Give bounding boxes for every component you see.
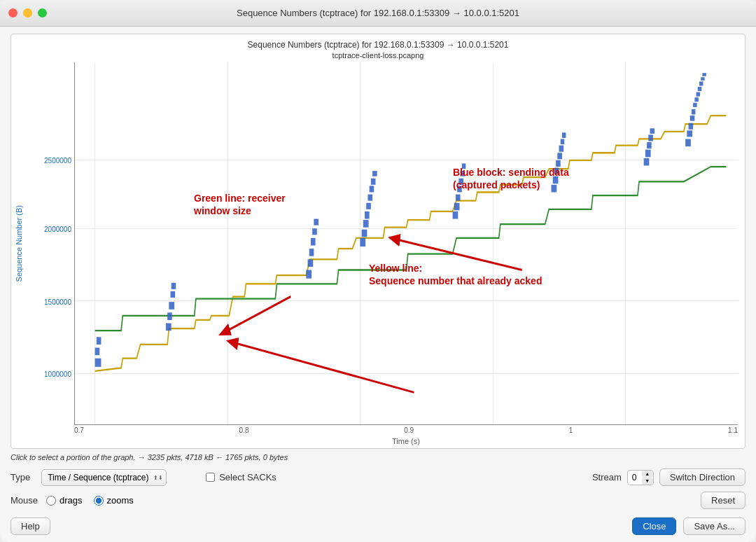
close-window-button[interactable] (8, 8, 18, 18)
window-title: Sequence Numbers (tcptrace) for 192.168.… (237, 8, 519, 18)
zooms-text: zooms (107, 495, 134, 506)
stream-increment[interactable]: ▲ (642, 471, 653, 478)
svg-rect-11 (312, 228, 317, 235)
svg-rect-17 (366, 203, 371, 209)
svg-rect-37 (644, 158, 650, 166)
zooms-radio[interactable] (94, 496, 104, 506)
svg-rect-22 (453, 211, 458, 219)
svg-rect-51 (699, 81, 704, 85)
svg-rect-41 (650, 128, 654, 134)
x-tick-0.8: 0.8 (239, 426, 249, 434)
type-select[interactable]: Time / Sequence (tcptrace) Time / Sequen… (41, 469, 167, 486)
svg-rect-44 (689, 123, 694, 130)
stream-control: Stream 0 ▲ ▼ Switch Direction (592, 468, 746, 486)
controls-bottom: Help Close Save As... (10, 512, 746, 535)
svg-rect-34 (559, 146, 564, 152)
svg-rect-45 (690, 116, 695, 121)
svg-rect-10 (311, 238, 316, 246)
titlebar: Sequence Numbers (tcptrace) for 192.168.… (0, 0, 756, 27)
svg-rect-18 (368, 195, 372, 201)
svg-rect-19 (370, 186, 374, 192)
stream-label: Stream (592, 472, 622, 482)
svg-rect-46 (692, 109, 696, 115)
svg-rect-47 (693, 103, 697, 107)
annotation-blue-block: Blue block: sending data(captured packet… (453, 166, 569, 191)
svg-rect-40 (648, 134, 653, 141)
svg-rect-9 (309, 249, 314, 256)
minimize-window-button[interactable] (23, 8, 32, 18)
receiver-window-line (95, 167, 727, 331)
maximize-window-button[interactable] (38, 8, 47, 18)
svg-rect-12 (314, 219, 318, 225)
close-button[interactable]: Close (632, 517, 676, 535)
svg-rect-48 (694, 97, 699, 102)
help-button[interactable]: Help (10, 517, 50, 535)
window-controls (8, 8, 47, 18)
svg-rect-15 (363, 220, 369, 228)
x-tick-1.1: 1.1 (728, 426, 738, 434)
svg-rect-42 (685, 139, 691, 146)
svg-rect-5 (171, 291, 176, 298)
mouse-radio-group: drags zooms (46, 495, 134, 506)
drags-radio-label[interactable]: drags (46, 495, 83, 506)
x-tick-0.9: 0.9 (404, 426, 414, 434)
svg-rect-49 (696, 92, 701, 97)
chart-container: Sequence Numbers (tcptrace) for 192.168.… (10, 34, 746, 449)
y-tick-label-2000000: 2000000 (44, 225, 71, 233)
annotation-green-line: Green line: receiverwindow size (194, 192, 286, 217)
svg-rect-14 (362, 230, 368, 237)
x-axis-area: 0.7 0.8 0.9 1 1.1 Time (s) (74, 425, 738, 448)
svg-rect-13 (360, 238, 365, 246)
select-sacks-text: Select SACKs (219, 472, 276, 482)
svg-rect-4 (169, 302, 174, 310)
svg-rect-53 (702, 73, 706, 76)
y-axis-ticks: 2500000 2000000 1500000 1000000 (27, 62, 74, 425)
svg-rect-50 (698, 87, 702, 91)
type-select-wrapper[interactable]: Time / Sequence (tcptrace) Time / Sequen… (41, 469, 167, 486)
reset-button[interactable]: Reset (701, 492, 746, 509)
svg-rect-38 (645, 150, 651, 158)
y-tick-label-2500000: 2500000 (44, 156, 71, 164)
data-block-1 (95, 359, 102, 367)
chart-svg (75, 62, 738, 424)
zooms-radio-label[interactable]: zooms (94, 495, 134, 506)
svg-rect-20 (371, 179, 376, 185)
status-text: Click to select a portion of the graph. … (10, 453, 288, 461)
svg-rect-8 (308, 259, 314, 267)
controls-row1: Type Time / Sequence (tcptrace) Time / S… (10, 464, 746, 489)
svg-rect-24 (456, 195, 461, 201)
select-sacks-checkbox[interactable] (206, 473, 215, 482)
svg-rect-3 (167, 312, 172, 320)
stream-spinner[interactable]: 0 ▲ ▼ (627, 470, 654, 485)
status-bar: Click to select a portion of the graph. … (10, 449, 746, 464)
svg-rect-36 (562, 132, 566, 138)
svg-rect-43 (687, 130, 692, 137)
x-tick-0.7: 0.7 (74, 426, 84, 434)
x-axis-title: Time (s) (74, 436, 738, 448)
svg-rect-1 (97, 337, 102, 345)
y-axis-label: Sequence Number (B) (11, 205, 27, 282)
chart-plot-area[interactable]: Green line: receiverwindow size Blue blo… (74, 62, 738, 425)
svg-line-56 (229, 341, 414, 392)
mouse-label: Mouse (10, 495, 38, 506)
main-content: Sequence Numbers (tcptrace) for 192.168.… (0, 27, 756, 542)
switch-direction-button[interactable]: Switch Direction (659, 468, 746, 486)
svg-rect-16 (365, 211, 370, 219)
drags-radio[interactable] (46, 496, 56, 506)
annotation-yellow-line: Yellow line:Sequence number that already… (369, 262, 542, 287)
svg-rect-21 (372, 171, 377, 176)
svg-rect-33 (557, 153, 562, 159)
svg-rect-7 (306, 270, 312, 279)
svg-rect-52 (701, 77, 705, 81)
type-label: Type (10, 472, 30, 482)
bottom-right-buttons: Close Save As... (632, 517, 746, 535)
chart-inner: Sequence Number (B) 2500000 2000000 1500… (11, 62, 745, 425)
y-tick-label-1000000: 1000000 (44, 370, 71, 378)
save-as-button[interactable]: Save As... (683, 517, 746, 535)
svg-rect-35 (561, 139, 565, 144)
stream-decrement[interactable]: ▼ (642, 478, 653, 485)
stream-spinner-buttons: ▲ ▼ (642, 471, 653, 485)
select-sacks-label[interactable]: Select SACKs (206, 472, 276, 482)
svg-rect-6 (172, 283, 176, 289)
svg-rect-39 (647, 142, 652, 148)
